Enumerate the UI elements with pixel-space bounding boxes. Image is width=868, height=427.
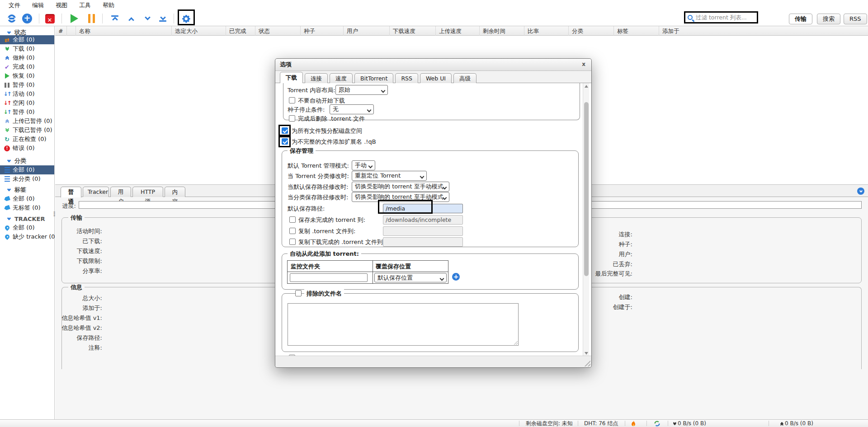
tab-http-sources[interactable]: HTTP 源 xyxy=(132,187,163,197)
copy-torrent-checkbox[interactable] xyxy=(289,228,296,234)
sidebar-header-tags[interactable]: 标签 xyxy=(0,185,54,194)
add-torrent-link-button[interactable] xyxy=(5,12,18,25)
copy-torrent-input[interactable] xyxy=(383,226,463,236)
sidebar-item-seeding[interactable]: 做种 (0) xyxy=(0,53,54,62)
stop-condition-select[interactable]: 无 xyxy=(330,104,374,114)
move-down-button[interactable] xyxy=(141,12,154,25)
sidebar-header-categories[interactable]: 分类 xyxy=(0,156,54,165)
category-changed-select[interactable]: 重新定位 Torrent xyxy=(352,171,427,181)
move-bottom-button[interactable] xyxy=(156,12,169,25)
tab-bittorrent[interactable]: BitTorrent xyxy=(354,73,393,83)
delete-torrent-after-checkbox[interactable] xyxy=(289,115,295,122)
excluded-filenames-checkbox[interactable] xyxy=(295,290,302,296)
copy-finished-input[interactable] xyxy=(383,237,463,247)
dialog-scrollbar[interactable] xyxy=(583,83,589,357)
sidebar-item-downloading[interactable]: 下载 (0) xyxy=(0,44,54,53)
incomplete-path-input[interactable] xyxy=(383,215,463,225)
tab-downloads[interactable]: 下载 xyxy=(280,72,303,83)
pause-button[interactable] xyxy=(85,12,98,25)
default-path-changed-select[interactable]: 切换受影响的 torrent 至手动模式 xyxy=(352,182,449,192)
menu-file[interactable]: 文件 xyxy=(3,0,26,11)
scrollbar-thumb[interactable] xyxy=(584,102,589,276)
column-number[interactable]: # xyxy=(55,26,67,36)
alt-speed-flame-icon[interactable] xyxy=(631,421,636,427)
menu-view[interactable]: 视图 xyxy=(50,0,73,11)
sidebar-item-all-status[interactable]: ⇄全部 (0) xyxy=(0,35,54,44)
sidebar-item-completed[interactable]: ✔完成 (0) xyxy=(0,62,54,71)
menu-help[interactable]: 帮助 xyxy=(97,0,120,11)
sidebar-item-untagged[interactable]: 无标签 (0) xyxy=(0,203,54,212)
column-category[interactable]: 分类 xyxy=(569,26,614,36)
add-torrent-file-button[interactable]: + xyxy=(21,12,33,25)
sidebar-item-all-trackers[interactable]: 全部 (0) xyxy=(0,223,54,232)
incomplete-extension-checkbox[interactable] xyxy=(282,138,288,145)
column-done[interactable]: 已完成 xyxy=(226,26,255,36)
column-seeds[interactable]: 种子 xyxy=(301,26,344,36)
tab-connection[interactable]: 连接 xyxy=(305,73,328,83)
tab-content[interactable]: 内容 xyxy=(165,187,185,197)
column-icon[interactable] xyxy=(67,26,76,36)
sidebar-item-stalled[interactable]: ↓↑暂停 (0) xyxy=(0,108,54,117)
sidebar-item-all-tags[interactable]: 全部 (0) xyxy=(0,194,54,203)
collapse-panel-button[interactable] xyxy=(857,188,864,195)
column-size[interactable]: 选定大小 xyxy=(172,26,226,36)
menu-tools[interactable]: 工具 xyxy=(73,0,97,11)
dialog-resize-grip[interactable] xyxy=(583,359,590,366)
column-peers[interactable]: 用户 xyxy=(344,26,390,36)
tab-webui[interactable]: Web UI xyxy=(420,73,452,83)
sidebar-item-all-categories[interactable]: 全部 (0) xyxy=(0,165,54,174)
sidebar-item-checking[interactable]: ↻正在检查 (0) xyxy=(0,135,54,144)
view-tab-transfers[interactable]: 传输 xyxy=(789,14,812,24)
add-watched-folder-button[interactable]: + xyxy=(452,273,460,281)
options-button[interactable] xyxy=(179,12,192,25)
watched-folder-input[interactable] xyxy=(290,273,368,282)
tab-speed[interactable]: 速度 xyxy=(330,73,353,83)
delete-button[interactable]: ✕ xyxy=(43,12,56,25)
column-status[interactable]: 状态 xyxy=(255,26,301,36)
category-path-changed-select[interactable]: 切换受影响的 torrent 至手动模式 xyxy=(352,192,449,202)
tab-rss[interactable]: RSS xyxy=(395,73,418,83)
tab-general[interactable]: 普通 xyxy=(61,187,81,197)
view-tab-rss[interactable]: RSS xyxy=(844,14,867,24)
incomplete-path-checkbox[interactable] xyxy=(289,216,296,223)
sidebar-item-trackerless[interactable]: 缺少 tracker (0) xyxy=(0,232,54,241)
column-down-speed[interactable]: 下载速度 xyxy=(390,26,436,36)
sidebar-header-trackers[interactable]: TRACKER xyxy=(0,214,54,223)
sidebar-item-paused[interactable]: 暂停 (0) xyxy=(0,80,54,89)
tab-trackers[interactable]: Tracker xyxy=(83,187,109,197)
resume-button[interactable] xyxy=(68,12,80,25)
view-tab-search[interactable]: 搜索 xyxy=(817,14,840,24)
excluded-filenames-textarea[interactable] xyxy=(288,303,519,346)
scroll-up-icon[interactable] xyxy=(585,85,588,88)
column-eta[interactable]: 剩余时间 xyxy=(480,26,524,36)
torrent-filter-search[interactable] xyxy=(686,13,756,22)
sidebar-item-errored[interactable]: !错误 (0) xyxy=(0,144,54,153)
sidebar-item-stalled-downloading[interactable]: 下载已暂停 (0) xyxy=(0,126,54,135)
sidebar-item-active[interactable]: ↓↑活动 (0) xyxy=(0,89,54,99)
search-input[interactable] xyxy=(695,14,756,21)
column-name[interactable]: 名称 xyxy=(76,26,172,36)
column-tags[interactable]: 标签 xyxy=(614,26,659,36)
dialog-title-bar[interactable]: 选项 x xyxy=(275,59,591,71)
content-layout-select[interactable]: 原始 xyxy=(335,85,388,95)
default-mode-select[interactable]: 手动 xyxy=(352,160,375,170)
connection-status-icon[interactable] xyxy=(654,421,660,427)
copy-finished-checkbox[interactable] xyxy=(289,239,296,245)
sidebar-item-stalled-uploading[interactable]: 上传已暂停 (0) xyxy=(0,117,54,126)
menu-edit[interactable]: 编辑 xyxy=(26,0,50,11)
move-top-button[interactable] xyxy=(108,12,121,25)
no-auto-start-checkbox[interactable] xyxy=(289,97,295,103)
close-icon[interactable]: x xyxy=(580,61,587,68)
scroll-down-icon[interactable] xyxy=(585,352,588,355)
default-save-path-input[interactable] xyxy=(383,204,463,213)
sidebar-item-uncategorized[interactable]: 未分类 (0) xyxy=(0,174,54,183)
column-up-speed[interactable]: 上传速度 xyxy=(436,26,480,36)
tab-advanced[interactable]: 高级 xyxy=(453,73,476,83)
column-added-on[interactable]: 添加于 xyxy=(659,26,868,36)
move-up-button[interactable] xyxy=(125,12,137,25)
sidebar-item-resumed[interactable]: 恢复 (0) xyxy=(0,71,54,80)
tab-peers[interactable]: 用户 xyxy=(110,187,131,197)
override-save-select[interactable]: 默认保存位置 xyxy=(374,273,447,282)
preallocate-checkbox[interactable] xyxy=(282,127,288,134)
resize-grip-icon[interactable] xyxy=(513,340,518,345)
